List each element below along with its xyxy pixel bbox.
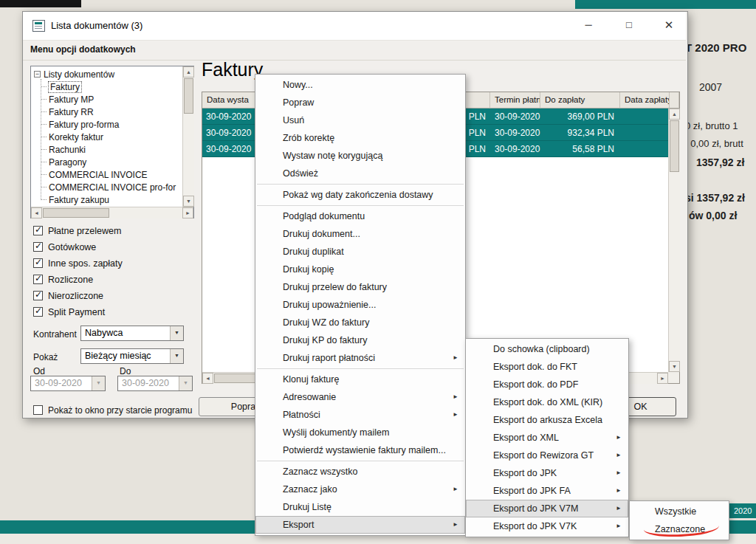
- scroll-right-icon[interactable]: ►: [182, 207, 193, 218]
- menu-item-zaznacz-jako[interactable]: Zaznacz jako►: [255, 481, 465, 498]
- filter-checkbox-platne-przelewem[interactable]: ✓Płatne przelewem: [33, 225, 121, 238]
- menu-item-eksport[interactable]: Eksport►: [255, 516, 465, 534]
- menu-item-drukuj-wz[interactable]: Drukuj WZ do faktury: [255, 314, 465, 331]
- statusbar-year-fragment: 2020: [729, 503, 756, 518]
- column-header-termin-platnosci[interactable]: Termin płatn: [490, 92, 540, 109]
- menu-item-drukuj-upowaznienie[interactable]: Drukuj upoważnienie...: [255, 296, 465, 314]
- menu-item-klonuj-fakture[interactable]: Klonuj fakturę: [255, 371, 465, 388]
- table-vertical-scrollbar[interactable]: ▲ ▼: [668, 109, 680, 372]
- startup-checkbox[interactable]: Pokaż to okno przy starcie programu: [33, 404, 192, 417]
- menu-item-eksport-excel[interactable]: Eksport do arkusza Excela: [466, 411, 628, 429]
- chevron-down-icon[interactable]: ▼: [170, 349, 183, 363]
- tree-item-faktury-rr[interactable]: Faktury RR: [38, 106, 182, 119]
- bg-amount-3: ów 0,00 zł: [689, 210, 737, 221]
- menu-item-odswiez[interactable]: Odśwież: [255, 165, 465, 182]
- minimize-button[interactable]: ─: [572, 13, 605, 37]
- filter-checkbox-split-payment[interactable]: ✓Split Payment: [33, 306, 105, 319]
- scrollbar-thumb[interactable]: [43, 208, 109, 218]
- menu-item-eksport-jpk-v7m[interactable]: Eksport do JPK V7M►: [466, 500, 628, 517]
- menu-item-do-schowka[interactable]: Do schowka (clipboard): [466, 340, 628, 358]
- checkbox-checked-icon: ✓: [33, 291, 43, 300]
- menu-item-drukuj-kopie[interactable]: Drukuj kopię: [255, 261, 465, 278]
- menu-item-label: Adresowanie: [283, 392, 336, 402]
- date-from-field[interactable]: 30-09-2020 ▼: [30, 376, 106, 391]
- menu-item-zaznacz-wszystko[interactable]: Zaznacz wszystko: [255, 463, 465, 481]
- menu-opcji-dodatkowych[interactable]: Menu opcji dodatkowych: [30, 41, 136, 59]
- collapse-icon[interactable]: −: [34, 71, 41, 78]
- kontrahent-select[interactable]: Nabywca ▼: [80, 326, 184, 341]
- checkbox-checked-icon: ✓: [33, 258, 43, 268]
- scroll-down-icon[interactable]: ▼: [183, 196, 194, 207]
- column-header-data-zaplaty[interactable]: Data zapłaty: [620, 92, 670, 109]
- tree-item-paragony[interactable]: Paragony: [38, 156, 182, 169]
- cell-do-zaplaty: 932,34 PLN: [540, 125, 614, 141]
- scroll-left-icon[interactable]: ◄: [31, 207, 42, 218]
- tree-item-faktury-zakupu[interactable]: Faktury zakupu: [38, 194, 182, 207]
- tree-item-faktury[interactable]: Faktury: [38, 81, 182, 94]
- menu-item-drukuj-duplikat[interactable]: Drukuj duplikat: [255, 243, 465, 261]
- tree-horizontal-scrollbar[interactable]: ◄ ►: [31, 207, 193, 218]
- menu-item-popraw[interactable]: Popraw: [255, 94, 465, 111]
- menu-item-eksport-jpk-v7k[interactable]: Eksport do JPK V7K►: [466, 517, 628, 535]
- filter-checkbox-gotowkowe[interactable]: ✓Gotówkowe: [33, 241, 96, 254]
- tree-root-listy-dokumentow[interactable]: −Listy dokumentów: [33, 69, 182, 81]
- checkbox-checked-icon: ✓: [33, 242, 43, 252]
- menu-item-platnosci[interactable]: Płatności►: [255, 406, 465, 424]
- tree-item-label: Faktury: [49, 82, 81, 92]
- menu-item-eksport-xml-kir[interactable]: Eksport dok. do XML (KIR): [466, 393, 628, 411]
- menu-item-pokaz-wg-daty[interactable]: Pokaż wg daty zakończenia dostawy: [255, 186, 465, 204]
- scrollbar-thumb[interactable]: [184, 78, 193, 114]
- menu-item-podglad-dokumentu[interactable]: Podgląd dokumentu: [255, 207, 465, 225]
- menu-item-eksport-jpk-fa[interactable]: Eksport do JPK FA►: [466, 482, 628, 500]
- date-to-field[interactable]: 30-09-2020 ▼: [117, 376, 193, 391]
- menu-item-eksport-jpk[interactable]: Eksport do JPK►: [466, 464, 628, 482]
- menu-item-potwierdz-mailem[interactable]: Potwierdź wystawienie faktury mailem...: [255, 441, 465, 459]
- menu-item-wyslij-mailem[interactable]: Wyślij dokument/y mailem: [255, 424, 465, 441]
- filter-checkbox-nierozliczone[interactable]: ✓Nierozliczone: [33, 290, 103, 303]
- scroll-down-icon[interactable]: ▼: [669, 361, 680, 372]
- menu-item-nowy[interactable]: Nowy...: [255, 76, 465, 94]
- tree-item-commercial-invoice[interactable]: COMMERCIAL INVOICE: [38, 169, 182, 182]
- check-icon: ✓: [34, 306, 43, 316]
- scroll-left-icon[interactable]: ◄: [202, 373, 213, 384]
- scrollbar-thumb[interactable]: [670, 120, 679, 172]
- menu-item-usun[interactable]: Usuń: [255, 111, 465, 129]
- menu-item-drukuj-przelew[interactable]: Drukuj przelew do faktury: [255, 278, 465, 296]
- tree-item-faktury-pro-forma[interactable]: Faktury pro-forma: [38, 119, 182, 131]
- menu-item-eksport-fkt[interactable]: Eksport dok. do FKT: [466, 358, 628, 376]
- chevron-down-icon[interactable]: ▼: [92, 376, 105, 390]
- chevron-down-icon[interactable]: ▼: [179, 376, 192, 390]
- menu-item-adresowanie[interactable]: Adresowanie►: [255, 388, 465, 406]
- menu-item-drukuj-liste[interactable]: Drukuj Listę: [255, 498, 465, 516]
- column-header-do-zaplaty[interactable]: Do zapłaty: [540, 92, 620, 109]
- scroll-up-icon[interactable]: ▲: [669, 109, 680, 120]
- tree-item-commercial-invoice-proforma[interactable]: COMMERCIAL INVOICE pro-for: [38, 182, 182, 194]
- menu-item-zrob-korekte[interactable]: Zrób korektę: [255, 129, 465, 147]
- chevron-down-icon[interactable]: ▼: [170, 326, 183, 340]
- menu-item-eksport-xml[interactable]: Eksport do XML►: [466, 429, 628, 447]
- close-button[interactable]: ✕: [653, 13, 685, 37]
- menu-item-eksport-pdf[interactable]: Eksport dok. do PDF: [466, 376, 628, 393]
- menu-item-wszystkie[interactable]: Wszystkie: [630, 503, 729, 520]
- check-icon: ✓: [34, 258, 43, 267]
- maximize-button[interactable]: □: [613, 13, 645, 37]
- filter-checkbox-inne-spos-zaplaty[interactable]: ✓Inne spos. zapłaty: [33, 258, 123, 270]
- bg-amount-2: si 1357,92 zł: [685, 192, 745, 204]
- menu-item-label: Eksport do Rewizora GT: [493, 450, 594, 461]
- menu-item-eksport-rewizor-gt[interactable]: Eksport do Rewizora GT►: [466, 447, 628, 464]
- pokaz-select[interactable]: Bieżący miesiąc ▼: [80, 348, 184, 364]
- tree-vertical-scrollbar[interactable]: ▲ ▼: [182, 66, 194, 207]
- menu-item-wystaw-note-korygujaca[interactable]: Wystaw notę korygującą: [255, 147, 465, 165]
- menu-item-drukuj-dokument[interactable]: Drukuj dokument...: [255, 225, 465, 243]
- filter-checkbox-rozliczone[interactable]: ✓Rozliczone: [33, 274, 93, 286]
- tree-branch-line: [41, 99, 47, 100]
- tree-item-faktury-mp[interactable]: Faktury MP: [38, 94, 182, 106]
- menu-item-drukuj-kp[interactable]: Drukuj KP do faktury: [255, 331, 465, 349]
- tree-item-korekty-faktur[interactable]: Korekty faktur: [38, 131, 182, 144]
- scroll-right-icon[interactable]: ►: [657, 373, 668, 384]
- export-submenu: Do schowka (clipboard) Eksport dok. do F…: [465, 338, 629, 537]
- menu-item-drukuj-raport-platnosci[interactable]: Drukuj raport płatności►: [255, 349, 465, 367]
- scroll-up-icon[interactable]: ▲: [183, 66, 194, 78]
- tree-item-rachunki[interactable]: Rachunki: [38, 144, 182, 156]
- menu-item-label: Eksport do JPK: [493, 468, 557, 478]
